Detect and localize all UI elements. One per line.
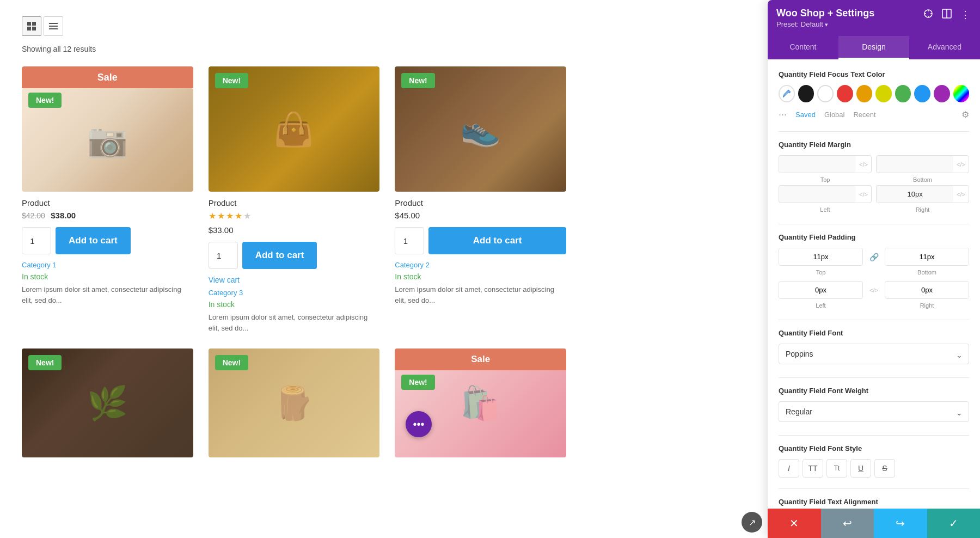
margin-right-wrap: </>: [876, 185, 969, 203]
floating-dots-button[interactable]: •••: [406, 411, 432, 437]
padding-link-icon[interactable]: 🔗: [866, 253, 881, 261]
cancel-button[interactable]: ✕: [768, 509, 821, 538]
font-select[interactable]: Poppins Arial Georgia: [779, 344, 969, 364]
panel-icon-more[interactable]: ⋮: [959, 9, 971, 21]
settings-gear-icon[interactable]: ⚙: [961, 109, 969, 120]
panel-header: Woo Shop + Settings Preset: Default: [768, 0, 980, 36]
panel-preset-dropdown[interactable]: Preset: Default: [776, 20, 874, 28]
tab-advanced[interactable]: Advanced: [909, 36, 980, 59]
category-link-2[interactable]: Category 3: [209, 289, 380, 297]
products-grid: Sale New! Product $42.00 $38.00 Add to c…: [22, 66, 566, 333]
panel-icon-layout[interactable]: [941, 8, 953, 21]
margin-bottom-label: Bottom: [876, 176, 969, 183]
margin-top-wrap: </>: [779, 155, 872, 173]
product-card-1: Sale New! Product $42.00 $38.00 Add to c…: [22, 66, 193, 333]
product-card-3: New! Product $45.00 Add to cart Category…: [395, 66, 566, 333]
divider-1: [779, 131, 969, 132]
color-swatch-red[interactable]: [837, 85, 853, 102]
padding-right-label: Right: [885, 302, 969, 309]
divider-3: [779, 320, 969, 320]
svg-rect-4: [49, 23, 58, 24]
new-badge-1: New!: [28, 93, 62, 108]
divider-4: [779, 377, 969, 378]
padding-bottom-label: Bottom: [885, 269, 969, 276]
style-strikethrough-button[interactable]: S: [874, 459, 895, 478]
product-price-3: $45.00: [395, 211, 566, 221]
font-weight-title: Quantity Field Font Weight: [779, 387, 969, 395]
qty-input-3[interactable]: [395, 227, 424, 254]
bottom-new-badge-2: New!: [215, 355, 248, 370]
padding-section: Quantity Field Padding 🔗 Top: [779, 233, 969, 309]
undo-button[interactable]: ↩: [821, 509, 874, 538]
price-sale-1: $38.00: [51, 211, 76, 220]
padding-unit-icon[interactable]: </>: [866, 287, 881, 294]
font-weight-select[interactable]: Regular Bold Light: [779, 401, 969, 422]
saved-tab-recent[interactable]: Recent: [853, 111, 875, 119]
saved-tab-saved[interactable]: Saved: [795, 111, 816, 119]
style-capitalize-button[interactable]: Tt: [826, 459, 847, 478]
grid-view-button[interactable]: [22, 16, 41, 36]
in-stock-3: In stock: [395, 272, 566, 281]
margin-right-input[interactable]: [877, 186, 953, 203]
color-swatch-blue[interactable]: [914, 85, 930, 102]
qty-input-1[interactable]: [22, 227, 51, 254]
add-to-cart-row-1: Add to cart: [22, 227, 193, 254]
margin-bottom-unit[interactable]: </>: [953, 161, 969, 168]
margin-right-unit[interactable]: </>: [953, 191, 969, 198]
style-italic-button[interactable]: I: [779, 459, 799, 478]
padding-right-input[interactable]: [885, 282, 969, 298]
product-name-3: Product: [395, 198, 566, 207]
floating-arrow-button[interactable]: ↗: [742, 512, 762, 533]
padding-left-input[interactable]: [779, 282, 862, 298]
font-style-section: Quantity Field Font Style I TT Tt U: [779, 444, 969, 478]
font-select-wrap: Poppins Arial Georgia: [779, 344, 969, 366]
margin-top-unit[interactable]: </>: [856, 161, 871, 168]
tab-content[interactable]: Content: [768, 36, 838, 59]
font-weight-section: Quantity Field Font Weight Regular Bold …: [779, 387, 969, 424]
margin-left-unit[interactable]: </>: [856, 191, 871, 198]
category-link-3[interactable]: Category 2: [395, 261, 566, 269]
color-swatch-yellow[interactable]: [875, 85, 892, 102]
color-swatch-black[interactable]: [798, 85, 814, 102]
eyedropper-color-picker[interactable]: [779, 85, 795, 102]
color-swatch-orange[interactable]: [856, 85, 873, 102]
color-swatch-white[interactable]: [817, 85, 834, 102]
qty-input-2[interactable]: [209, 242, 238, 269]
padding-bottom-input[interactable]: [885, 248, 969, 265]
margin-bottom-input[interactable]: [877, 156, 953, 173]
color-picker-row: [779, 85, 969, 102]
product-price-2: $33.00: [209, 225, 380, 235]
color-swatch-purple[interactable]: [934, 85, 950, 102]
padding-top-label: Top: [779, 269, 863, 276]
panel-icon-target[interactable]: [922, 8, 934, 21]
svg-rect-0: [27, 22, 31, 26]
tab-design[interactable]: Design: [838, 36, 909, 59]
add-to-cart-button-1[interactable]: Add to cart: [56, 227, 131, 254]
saved-tabs-dots[interactable]: ···: [779, 109, 787, 120]
margin-top-label: Top: [779, 176, 872, 183]
style-uppercase-button[interactable]: TT: [803, 459, 823, 478]
redo-button[interactable]: ↪: [874, 509, 927, 538]
category-link-1[interactable]: Category 1: [22, 261, 193, 269]
bottom-product-card-3: Sale New!: [395, 349, 566, 457]
padding-top-input[interactable]: [779, 248, 862, 265]
svg-rect-5: [49, 26, 58, 27]
list-view-button[interactable]: [44, 16, 63, 36]
add-to-cart-button-3[interactable]: Add to cart: [428, 227, 566, 254]
price-original-1: $42.00: [22, 211, 45, 220]
divider-2: [779, 224, 969, 224]
price-regular-2: $33.00: [209, 225, 234, 235]
svg-rect-2: [27, 27, 31, 30]
confirm-button[interactable]: ✓: [927, 509, 981, 538]
margin-right-label: Right: [876, 206, 969, 213]
alignment-title: Quantity Field Text Alignment: [779, 498, 969, 506]
style-underline-button[interactable]: U: [850, 459, 871, 478]
margin-top-input[interactable]: [779, 156, 856, 173]
color-swatch-green[interactable]: [895, 85, 911, 102]
saved-tab-global[interactable]: Global: [824, 111, 845, 119]
add-to-cart-button-2[interactable]: Add to cart: [242, 242, 317, 269]
bottom-product-image-3: Sale New!: [395, 349, 566, 457]
view-cart-link-2[interactable]: View cart: [209, 276, 380, 284]
color-swatch-rainbow[interactable]: [953, 85, 969, 102]
margin-left-input[interactable]: [779, 186, 856, 203]
